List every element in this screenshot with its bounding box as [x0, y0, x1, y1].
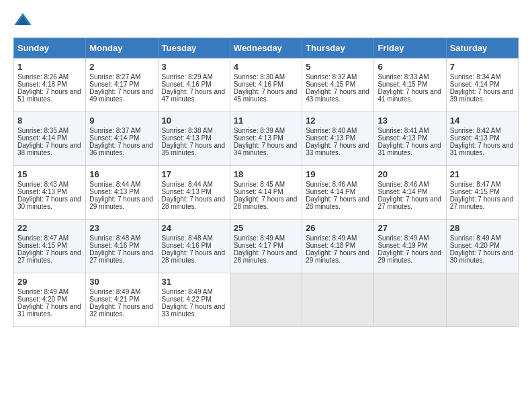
day-number: 30: [89, 277, 154, 287]
day-number: 5: [306, 62, 370, 72]
daylight: Daylight: 7 hours and 35 minutes.: [162, 142, 226, 156]
calendar-header-sunday: Sunday: [14, 38, 86, 58]
sunset: Sunset: 4:18 PM: [17, 81, 67, 88]
calendar-table: SundayMondayTuesdayWednesdayThursdayFrid…: [13, 38, 519, 327]
calendar-header-tuesday: Tuesday: [158, 38, 230, 58]
day-number: 3: [162, 62, 226, 72]
calendar-header-monday: Monday: [86, 38, 158, 58]
day-number: 14: [450, 116, 515, 126]
day-number: 2: [89, 62, 154, 72]
daylight: Daylight: 7 hours and 29 minutes.: [306, 249, 369, 264]
calendar-cell: 31 Sunrise: 8:49 AM Sunset: 4:22 PM Dayl…: [158, 273, 230, 327]
daylight: Daylight: 7 hours and 30 minutes.: [17, 195, 81, 210]
calendar-cell: 8 Sunrise: 8:35 AM Sunset: 4:14 PM Dayli…: [14, 112, 86, 166]
daylight: Daylight: 7 hours and 27 minutes.: [450, 195, 514, 210]
sunrise: Sunrise: 8:49 AM: [17, 288, 69, 295]
calendar-header-friday: Friday: [374, 38, 446, 58]
day-number: 10: [162, 116, 226, 126]
calendar-cell: 13 Sunrise: 8:41 AM Sunset: 4:13 PM Dayl…: [374, 112, 446, 166]
daylight: Daylight: 7 hours and 27 minutes.: [17, 249, 81, 264]
day-number: 25: [234, 223, 298, 233]
daylight: Daylight: 7 hours and 28 minutes.: [162, 195, 226, 210]
sunrise: Sunrise: 8:38 AM: [162, 127, 213, 134]
daylight: Daylight: 7 hours and 34 minutes.: [234, 142, 298, 156]
day-number: 26: [306, 223, 370, 233]
sunset: Sunset: 4:13 PM: [17, 188, 67, 195]
sunset: Sunset: 4:19 PM: [378, 242, 427, 249]
sunrise: Sunrise: 8:49 AM: [162, 288, 213, 295]
sunrise: Sunrise: 8:32 AM: [306, 73, 357, 81]
sunset: Sunset: 4:14 PM: [89, 134, 139, 142]
daylight: Daylight: 7 hours and 28 minutes.: [306, 195, 369, 210]
day-number: 12: [306, 116, 370, 126]
header: [13, 11, 519, 30]
calendar-cell: [230, 273, 302, 327]
day-number: 27: [378, 223, 442, 233]
sunset: Sunset: 4:13 PM: [234, 134, 283, 142]
day-number: 11: [234, 116, 298, 126]
sunset: Sunset: 4:13 PM: [162, 188, 212, 195]
sunset: Sunset: 4:17 PM: [234, 242, 283, 249]
sunrise: Sunrise: 8:47 AM: [450, 181, 501, 188]
day-number: 1: [17, 62, 82, 72]
sunrise: Sunrise: 8:44 AM: [162, 181, 213, 188]
daylight: Daylight: 7 hours and 32 minutes.: [89, 303, 153, 318]
day-number: 20: [378, 169, 442, 179]
calendar-cell: [374, 273, 446, 327]
calendar-cell: 12 Sunrise: 8:40 AM Sunset: 4:13 PM Dayl…: [302, 112, 374, 166]
day-number: 7: [450, 62, 515, 72]
daylight: Daylight: 7 hours and 43 minutes.: [306, 88, 369, 103]
sunset: Sunset: 4:15 PM: [306, 81, 355, 88]
sunset: Sunset: 4:16 PM: [89, 242, 139, 249]
daylight: Daylight: 7 hours and 27 minutes.: [378, 195, 441, 210]
daylight: Daylight: 7 hours and 41 minutes.: [378, 88, 441, 103]
calendar-cell: 27 Sunrise: 8:49 AM Sunset: 4:19 PM Dayl…: [374, 220, 446, 273]
calendar-cell: 22 Sunrise: 8:47 AM Sunset: 4:15 PM Dayl…: [14, 220, 86, 273]
calendar-cell: 16 Sunrise: 8:44 AM Sunset: 4:13 PM Dayl…: [86, 166, 158, 220]
daylight: Daylight: 7 hours and 36 minutes.: [89, 142, 153, 156]
sunset: Sunset: 4:14 PM: [450, 81, 500, 88]
day-number: 18: [234, 169, 298, 179]
daylight: Daylight: 7 hours and 39 minutes.: [450, 88, 514, 103]
day-number: 17: [162, 169, 226, 179]
sunset: Sunset: 4:14 PM: [17, 134, 67, 142]
calendar-week-row: 29 Sunrise: 8:49 AM Sunset: 4:20 PM Dayl…: [14, 273, 519, 327]
sunrise: Sunrise: 8:48 AM: [162, 234, 213, 242]
daylight: Daylight: 7 hours and 49 minutes.: [89, 88, 153, 103]
sunrise: Sunrise: 8:27 AM: [89, 73, 140, 81]
sunrise: Sunrise: 8:49 AM: [378, 234, 429, 242]
sunset: Sunset: 4:16 PM: [162, 81, 212, 88]
daylight: Daylight: 7 hours and 33 minutes.: [162, 303, 226, 318]
sunrise: Sunrise: 8:33 AM: [378, 73, 429, 81]
sunrise: Sunrise: 8:34 AM: [450, 73, 501, 81]
day-number: 24: [162, 223, 226, 233]
sunset: Sunset: 4:22 PM: [162, 295, 212, 303]
sunrise: Sunrise: 8:46 AM: [378, 181, 429, 188]
sunset: Sunset: 4:13 PM: [450, 134, 500, 142]
day-number: 15: [17, 169, 82, 179]
calendar-cell: 9 Sunrise: 8:37 AM Sunset: 4:14 PM Dayli…: [86, 112, 158, 166]
calendar-cell: 5 Sunrise: 8:32 AM Sunset: 4:15 PM Dayli…: [302, 58, 374, 112]
sunset: Sunset: 4:15 PM: [378, 81, 427, 88]
sunrise: Sunrise: 8:49 AM: [306, 234, 357, 242]
calendar-cell: 19 Sunrise: 8:46 AM Sunset: 4:14 PM Dayl…: [302, 166, 374, 220]
logo-icon: [13, 11, 32, 30]
calendar-cell: 1 Sunrise: 8:26 AM Sunset: 4:18 PM Dayli…: [14, 58, 86, 112]
sunrise: Sunrise: 8:42 AM: [450, 127, 501, 134]
calendar-cell: 28 Sunrise: 8:49 AM Sunset: 4:20 PM Dayl…: [446, 220, 518, 273]
daylight: Daylight: 7 hours and 28 minutes.: [162, 249, 226, 264]
sunrise: Sunrise: 8:29 AM: [162, 73, 213, 81]
calendar-cell: 18 Sunrise: 8:45 AM Sunset: 4:14 PM Dayl…: [230, 166, 302, 220]
calendar-cell: 29 Sunrise: 8:49 AM Sunset: 4:20 PM Dayl…: [14, 273, 86, 327]
calendar-header-thursday: Thursday: [302, 38, 374, 58]
sunset: Sunset: 4:13 PM: [306, 134, 355, 142]
sunrise: Sunrise: 8:39 AM: [234, 127, 285, 134]
daylight: Daylight: 7 hours and 31 minutes.: [17, 303, 81, 318]
sunset: Sunset: 4:13 PM: [89, 188, 139, 195]
daylight: Daylight: 7 hours and 47 minutes.: [162, 88, 226, 103]
logo: [13, 11, 35, 30]
sunrise: Sunrise: 8:30 AM: [234, 73, 285, 81]
calendar-cell: 17 Sunrise: 8:44 AM Sunset: 4:13 PM Dayl…: [158, 166, 230, 220]
sunrise: Sunrise: 8:48 AM: [89, 234, 140, 242]
daylight: Daylight: 7 hours and 30 minutes.: [450, 249, 514, 264]
